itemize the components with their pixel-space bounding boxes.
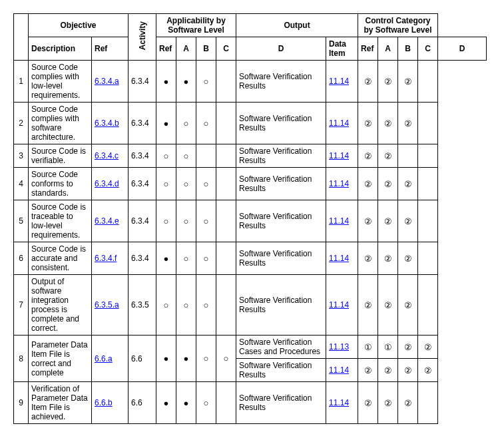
output-ref-link[interactable]: 11.14	[329, 77, 349, 86]
col-outref-header: Ref	[358, 37, 378, 61]
col-objective-header: Objective	[29, 14, 128, 37]
activity-ref: 6.3.4	[128, 168, 156, 200]
table-row: 8Parameter Data Item File is correct and…	[14, 336, 487, 359]
table-row: 1Source Code complies with low-level req…	[14, 61, 487, 103]
objective-ref: 6.3.4.e	[92, 200, 128, 242]
objective-ref-link[interactable]: 6.3.4.c	[95, 151, 119, 160]
objective-ref-link[interactable]: 6.3.4.a	[95, 77, 119, 86]
col-app-b: B	[196, 37, 216, 61]
applicability-d	[216, 200, 236, 242]
output-data-item: Software Verification Results	[236, 359, 326, 382]
table-row: 9Verification of Parameter Data Item Fil…	[14, 382, 487, 424]
col-app-c: C	[216, 37, 236, 61]
control-category-d	[418, 200, 438, 242]
applicability-b: ○	[176, 144, 196, 168]
activity-ref: 6.6	[128, 382, 156, 424]
applicability-c: ○	[196, 382, 216, 424]
applicability-c: ○	[196, 103, 216, 144]
control-category-c: ②	[398, 275, 418, 336]
output-data-item: Software Verification Results	[236, 242, 326, 275]
output-ref-link[interactable]: 11.14	[329, 151, 349, 160]
output-ref: 11.14	[326, 382, 358, 424]
row-number: 7	[14, 275, 29, 336]
col-app-d: D	[236, 37, 326, 61]
objective-description: Verification of Parameter Data Item File…	[29, 382, 92, 424]
objective-ref-link[interactable]: 6.3.4.f	[95, 254, 117, 263]
applicability-d	[216, 242, 236, 275]
row-number: 5	[14, 200, 29, 242]
objective-description: Source Code is traceable to low-level re…	[29, 200, 92, 242]
applicability-a: ●	[156, 382, 176, 424]
objectives-table: Objective Activity Applicability by Soft…	[13, 13, 487, 424]
activity-ref: 6.3.4	[128, 242, 156, 275]
output-data-item: Software Verification Cases and Procedur…	[236, 336, 326, 359]
control-category-b: ②	[378, 242, 398, 275]
output-data-item: Software Verification Results	[236, 275, 326, 336]
applicability-d	[216, 61, 236, 103]
control-category-b: ②	[378, 382, 398, 424]
output-ref-link[interactable]: 11.14	[329, 216, 349, 226]
output-ref: 11.13	[326, 336, 358, 359]
output-ref: 11.14	[326, 242, 358, 275]
output-ref: 11.14	[326, 168, 358, 200]
control-category-c: ②	[398, 359, 418, 382]
row-number: 4	[14, 168, 29, 200]
col-applicability-header: Applicability by Software Level	[156, 14, 236, 37]
control-category-a: ②	[358, 242, 378, 275]
activity-ref: 6.3.4	[128, 144, 156, 168]
applicability-c: ○	[196, 61, 216, 103]
control-category-d: ②	[418, 336, 438, 359]
col-cat-c: C	[418, 37, 438, 61]
applicability-d	[216, 275, 236, 336]
row-number: 6	[14, 242, 29, 275]
applicability-a: ●	[156, 242, 176, 275]
objective-ref-link[interactable]: 6.6.b	[95, 398, 113, 407]
applicability-a: ○	[156, 200, 176, 242]
output-ref-link[interactable]: 11.14	[329, 179, 349, 188]
output-ref-link[interactable]: 11.14	[329, 254, 349, 263]
objective-ref-link[interactable]: 6.6.a	[95, 354, 113, 363]
col-control-header: Control Category by Software Level	[358, 14, 438, 37]
control-category-c: ②	[398, 242, 418, 275]
control-category-c: ②	[398, 103, 418, 144]
objective-ref: 6.6.a	[92, 336, 128, 382]
objective-ref-link[interactable]: 6.3.4.d	[95, 179, 119, 188]
applicability-c: ○	[196, 200, 216, 242]
output-ref: 11.14	[326, 200, 358, 242]
col-cat-b: B	[398, 37, 418, 61]
objective-description: Source Code conforms to standards.	[29, 168, 92, 200]
table-row: 5Source Code is traceable to low-level r…	[14, 200, 487, 242]
applicability-a: ○	[156, 144, 176, 168]
applicability-d: ○	[216, 336, 236, 382]
objective-ref: 6.3.4.f	[92, 242, 128, 275]
objective-ref: 6.3.5.a	[92, 275, 128, 336]
objective-ref-link[interactable]: 6.3.4.b	[95, 118, 119, 128]
control-category-b: ②	[378, 275, 398, 336]
row-number: 2	[14, 103, 29, 144]
control-category-c: ②	[398, 168, 418, 200]
output-ref-link[interactable]: 11.14	[329, 365, 349, 375]
applicability-d	[216, 168, 236, 200]
row-number: 3	[14, 144, 29, 168]
output-ref-link[interactable]: 11.13	[329, 342, 349, 351]
output-ref: 11.14	[326, 61, 358, 103]
col-app-a: A	[176, 37, 196, 61]
activity-ref: 6.3.5	[128, 275, 156, 336]
objective-description: Parameter Data Item File is correct and …	[29, 336, 92, 382]
table-row: 6Source Code is accurate and consistent.…	[14, 242, 487, 275]
applicability-c	[196, 144, 216, 168]
applicability-c: ○	[196, 336, 216, 382]
control-category-a: ②	[358, 382, 378, 424]
control-category-a: ②	[358, 359, 378, 382]
control-category-c: ②	[398, 61, 418, 103]
objective-ref-link[interactable]: 6.3.4.e	[95, 216, 119, 226]
output-ref-link[interactable]: 11.14	[329, 398, 349, 407]
output-data-item: Software Verification Results	[236, 61, 326, 103]
objective-description: Source Code complies with low-level requ…	[29, 61, 92, 103]
objective-description: Source Code complies with software archi…	[29, 103, 92, 144]
row-number: 1	[14, 61, 29, 103]
output-ref-link[interactable]: 11.14	[329, 300, 349, 310]
output-ref-link[interactable]: 11.14	[329, 118, 349, 128]
objective-ref-link[interactable]: 6.3.5.a	[95, 300, 119, 310]
table-row: 2Source Code complies with software arch…	[14, 103, 487, 144]
